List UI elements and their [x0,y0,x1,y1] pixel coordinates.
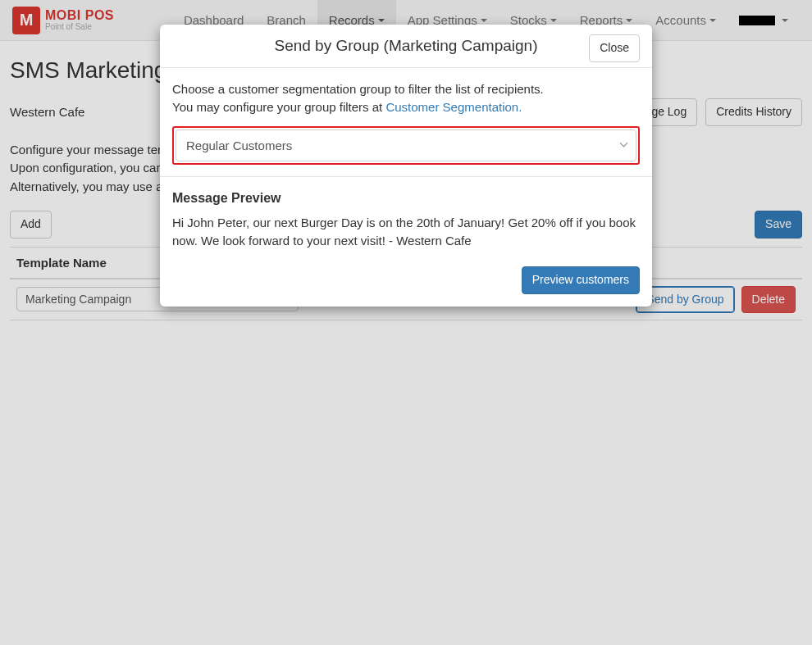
group-select-highlight: Regular Customers [172,126,640,166]
modal-instruction: Choose a customer segmentation group to … [172,80,640,98]
instruction-prefix: You may configure your group filters at [172,100,385,114]
modal-header: Send by Group (Marketing Campaign) Close [160,25,652,68]
divider [160,176,652,177]
modal-instruction-2: You may configure your group filters at … [172,98,640,116]
preview-customers-button[interactable]: Preview customers [522,266,640,294]
message-preview-title: Message Preview [172,189,640,207]
modal-overlay[interactable]: Send by Group (Marketing Campaign) Close… [0,0,812,645]
customer-segmentation-link[interactable]: Customer Segmentation. [385,100,522,114]
group-select[interactable]: Regular Customers [176,129,636,162]
close-button[interactable]: Close [589,34,640,62]
modal-body: Choose a customer segmentation group to … [160,68,652,258]
send-by-group-modal: Send by Group (Marketing Campaign) Close… [160,25,652,307]
message-preview-body: Hi John Peter, our next Burger Day is on… [172,214,640,250]
modal-footer: Preview customers [160,258,652,307]
chevron-down-icon [621,142,627,148]
group-select-value: Regular Customers [186,139,292,152]
modal-title: Send by Group (Marketing Campaign) [172,37,640,55]
